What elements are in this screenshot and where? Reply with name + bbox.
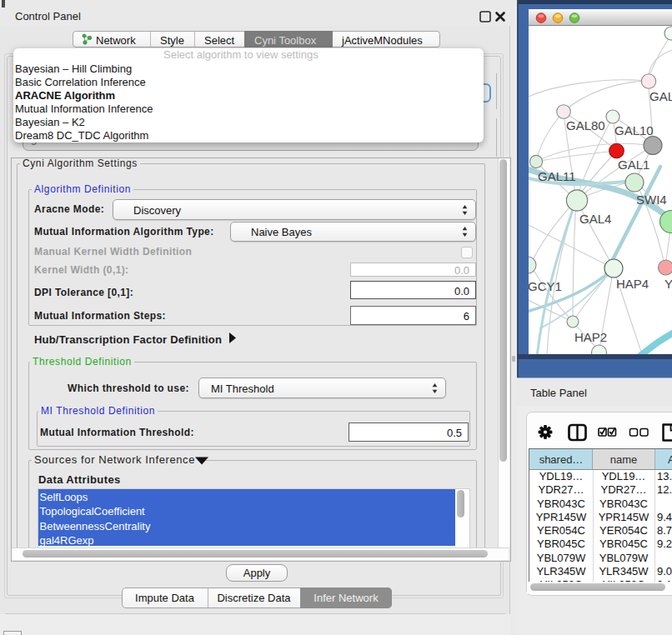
svg-text:GAL7: GAL7 <box>649 89 672 103</box>
svg-text:SWI4: SWI4 <box>636 192 667 207</box>
svg-text:GAL80: GAL80 <box>566 118 605 132</box>
svg-text:Y: Y <box>664 277 672 291</box>
svg-text:GAL4: GAL4 <box>579 212 611 226</box>
svg-text:HAP4: HAP4 <box>616 277 649 291</box>
svg-text:GAL10: GAL10 <box>614 123 654 138</box>
svg-text:GAL11: GAL11 <box>538 169 576 183</box>
svg-text:HAP2: HAP2 <box>574 330 607 344</box>
svg-text:GAL1: GAL1 <box>618 158 649 172</box>
svg-text:GCY1: GCY1 <box>529 279 562 293</box>
